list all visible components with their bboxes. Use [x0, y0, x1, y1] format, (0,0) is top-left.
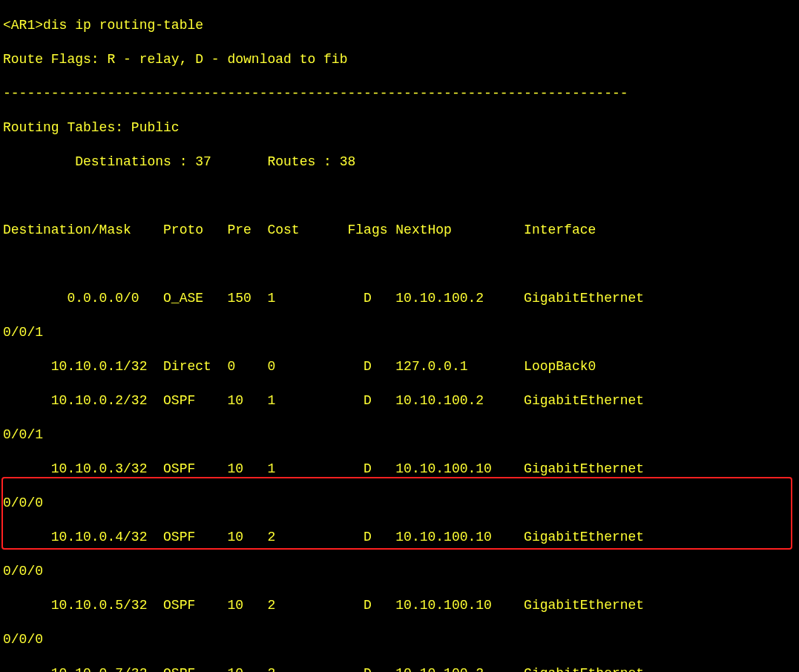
table-row: 10.10.0.3/32 OSPF 10 1 D 10.10.100.10 Gi… [3, 461, 796, 478]
table-row: 10.10.0.4/32 OSPF 10 2 D 10.10.100.10 Gi… [3, 529, 796, 546]
table-row: 10.10.0.1/32 Direct 0 0 D 127.0.0.1 Loop… [3, 358, 796, 375]
prompt: <AR1>dis ip routing-table [3, 17, 796, 34]
summary: Destinations : 37 Routes : 38 [3, 154, 796, 171]
table-row: 0/0/1 [3, 324, 796, 341]
table-row: 0/0/0 [3, 631, 796, 648]
route-flags: Route Flags: R - relay, D - download to … [3, 51, 796, 68]
terminal[interactable]: <AR1>dis ip routing-table Route Flags: R… [0, 0, 799, 672]
table-row: 10.10.0.7/32 OSPF 10 2 D 10.10.100.2 Gig… [3, 665, 796, 672]
divider: ----------------------------------------… [3, 85, 796, 102]
table-row: 0/0/1 [3, 426, 796, 444]
table-name: Routing Tables: Public [3, 119, 796, 136]
blank [3, 188, 796, 205]
header: Destination/Mask Proto Pre Cost Flags Ne… [3, 222, 796, 239]
table-row: 10.10.0.5/32 OSPF 10 2 D 10.10.100.10 Gi… [3, 597, 796, 614]
table-row: 0/0/0 [3, 495, 796, 512]
table-row: 0/0/0 [3, 563, 796, 580]
table-row: 10.10.0.2/32 OSPF 10 1 D 10.10.100.2 Gig… [3, 392, 796, 409]
table-row: 0.0.0.0/0 O_ASE 150 1 D 10.10.100.2 Giga… [3, 290, 796, 307]
blank [3, 256, 796, 273]
